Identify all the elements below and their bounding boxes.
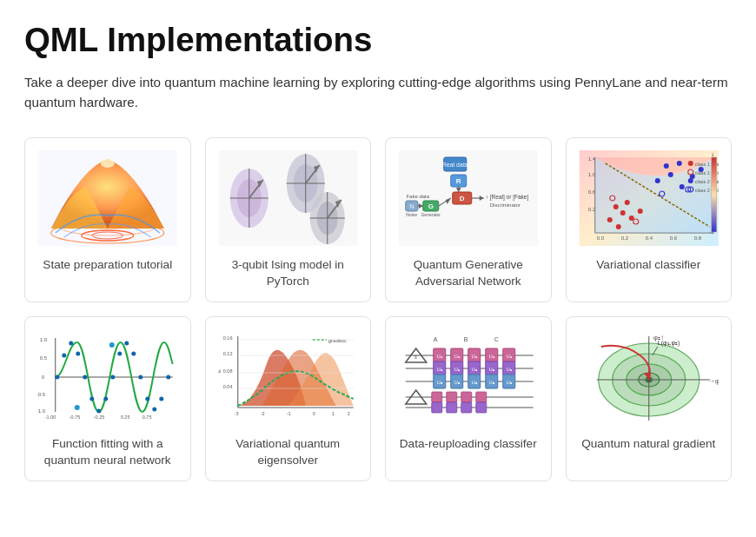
svg-text:B: B <box>464 336 468 342</box>
svg-text:-1.00: -1.00 <box>45 414 56 420</box>
svg-point-110 <box>90 396 94 401</box>
svg-text:0.5: 0.5 <box>40 355 48 361</box>
svg-text:Real data: Real data <box>442 162 468 168</box>
svg-text:N: N <box>409 203 414 209</box>
svg-point-112 <box>103 396 108 401</box>
card-grid: State preparation tutorial <box>24 137 732 481</box>
card-qgan[interactable]: Real data R Fake data N Noise G Generato… <box>385 137 552 302</box>
svg-point-121 <box>166 375 170 379</box>
svg-text:U₂: U₂ <box>507 367 513 372</box>
card-label-data-reupload: Data-reuploading classifer <box>400 435 537 452</box>
svg-text:0: 0 <box>312 411 315 416</box>
card-image-data-reupload: A B C ≡ U₁ U₁ U₁ U₁ U₁ <box>398 329 539 425</box>
svg-rect-193 <box>476 402 487 413</box>
svg-text:0.6: 0.6 <box>587 189 595 195</box>
svg-text:1: 1 <box>711 152 713 157</box>
card-label-qgan: Quantum Generative Adversarial Network <box>398 256 539 289</box>
card-func-fitting[interactable]: 1.0 0.5 0 -0.5 -1.0 -1.00 -0.75 -0.25 0.… <box>24 316 191 481</box>
svg-text:≡: ≡ <box>414 355 418 360</box>
svg-text:U₁: U₁ <box>472 354 478 359</box>
card-image-ising-model <box>218 150 359 246</box>
svg-text:Fake data: Fake data <box>406 194 429 199</box>
svg-text:D: D <box>460 195 465 202</box>
svg-text:0.0: 0.0 <box>596 235 604 241</box>
svg-text:U₁: U₁ <box>437 354 443 359</box>
svg-text:gradesc: gradesc <box>328 338 346 343</box>
svg-rect-187 <box>447 392 457 402</box>
card-label-func-fitting: Function fitting with a quantum neural n… <box>37 435 178 468</box>
svg-text:-3: -3 <box>234 411 238 416</box>
svg-text:→φ₁: →φ₁ <box>707 377 719 385</box>
card-qng[interactable]: →φ₁ φ₂↑ L(φ₁,φ₂) Quantum natural gradien… <box>566 316 733 481</box>
svg-point-109 <box>83 375 87 379</box>
svg-text:0.25: 0.25 <box>121 414 130 420</box>
svg-text:U₃: U₃ <box>437 380 443 385</box>
svg-text:-1: -1 <box>286 411 290 416</box>
svg-rect-188 <box>461 392 472 402</box>
svg-text:0.4: 0.4 <box>645 235 653 241</box>
card-image-state-prep <box>37 150 178 246</box>
svg-text:-0.75: -0.75 <box>70 414 81 420</box>
svg-text:A: A <box>434 336 438 342</box>
svg-point-76 <box>663 163 668 169</box>
card-label-var-classifier: Variational classifier <box>596 256 700 273</box>
card-var-quantum[interactable]: gradesc 0.16 0.12 0.08 0.04 E -3 -2 -1 0… <box>205 316 372 481</box>
svg-point-85 <box>687 178 693 183</box>
svg-point-118 <box>145 396 149 401</box>
svg-text:-2: -2 <box>260 411 264 416</box>
svg-point-108 <box>76 351 80 355</box>
svg-text:U₃: U₃ <box>472 380 478 385</box>
svg-text:2: 2 <box>347 411 349 416</box>
svg-point-106 <box>62 353 66 357</box>
card-var-classifier[interactable]: 1.4 1.0 0.6 0.2 0.0 0.2 0.4 0.6 0.8 <box>566 137 733 302</box>
card-label-qng: Quantum natural gradient <box>581 435 715 452</box>
svg-point-122 <box>109 342 115 348</box>
svg-text:C: C <box>494 336 499 342</box>
svg-point-63 <box>607 217 612 222</box>
svg-text:U₃: U₃ <box>454 380 461 385</box>
svg-point-105 <box>55 375 59 379</box>
svg-point-72 <box>654 178 660 183</box>
card-image-qng: →φ₁ φ₂↑ L(φ₁,φ₂) <box>579 329 720 425</box>
card-state-prep[interactable]: State preparation tutorial <box>24 137 191 302</box>
svg-text:1.4: 1.4 <box>587 156 595 162</box>
svg-point-123 <box>75 405 80 410</box>
svg-point-74 <box>679 184 684 189</box>
svg-point-116 <box>131 351 136 355</box>
svg-text:U₃: U₃ <box>489 380 495 385</box>
svg-rect-186 <box>432 392 442 402</box>
svg-point-65 <box>613 204 618 209</box>
card-label-state-prep: State preparation tutorial <box>43 256 172 273</box>
svg-rect-192 <box>461 402 472 413</box>
svg-text:0.04: 0.04 <box>222 384 232 389</box>
page-title: QML Implementations <box>24 21 732 59</box>
card-ising-model[interactable]: 3-qubit Ising model in PyTorch <box>205 137 372 302</box>
svg-text:Generator: Generator <box>421 212 441 217</box>
svg-rect-189 <box>476 392 487 402</box>
svg-text:0.8: 0.8 <box>693 235 701 241</box>
svg-text:0.2: 0.2 <box>587 207 595 212</box>
svg-point-111 <box>96 408 101 413</box>
svg-text:U₁: U₁ <box>454 354 461 359</box>
svg-point-81 <box>687 161 693 166</box>
svg-text:1.0: 1.0 <box>40 337 48 342</box>
svg-text:U₂: U₂ <box>454 367 461 372</box>
svg-point-68 <box>637 209 642 214</box>
svg-rect-89 <box>711 157 716 232</box>
card-label-ising-model: 3-qubit Ising model in PyTorch <box>218 256 359 289</box>
svg-point-107 <box>69 341 73 345</box>
svg-point-119 <box>152 407 156 411</box>
svg-point-64 <box>620 210 625 215</box>
svg-point-117 <box>138 375 143 379</box>
svg-text:↑ [Real] or [Fake]: ↑ [Real] or [Fake] <box>486 194 529 201</box>
svg-point-78 <box>676 161 681 166</box>
svg-text:-0.25: -0.25 <box>94 414 105 420</box>
card-data-reupload[interactable]: A B C ≡ U₁ U₁ U₁ U₁ U₁ <box>385 316 552 481</box>
card-label-var-quantum: Variational quantum eigensolver <box>218 435 359 468</box>
svg-text:U₂: U₂ <box>437 367 443 372</box>
card-image-var-classifier: 1.4 1.0 0.6 0.2 0.0 0.2 0.4 0.6 0.8 <box>579 150 720 246</box>
svg-text:G: G <box>428 202 434 210</box>
card-image-qgan: Real data R Fake data N Noise G Generato… <box>398 150 539 246</box>
svg-text:E: E <box>218 369 222 373</box>
svg-text:Discriminator: Discriminator <box>490 202 521 208</box>
